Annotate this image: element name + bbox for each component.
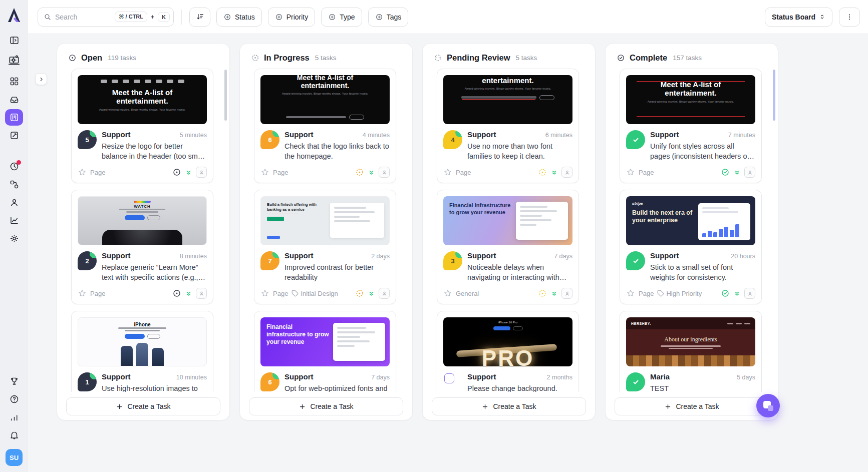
usage-bar-chart-icon[interactable] [5, 409, 23, 425]
task-source: Support [467, 251, 496, 260]
help-icon[interactable] [5, 391, 23, 407]
priority-chevrons-icon[interactable] [733, 290, 741, 297]
task-card[interactable]: Meet the A-list of entertainment. Award-… [620, 69, 762, 183]
task-count-badge: 2 [78, 251, 97, 270]
task-thumbnail: entertainment. Award-winning movies. Bin… [443, 75, 572, 124]
priority-chevrons-icon[interactable] [185, 169, 192, 176]
users-icon[interactable] [5, 194, 23, 211]
status-open-icon [68, 54, 77, 62]
filter-priority-button[interactable]: Priority [268, 8, 316, 27]
status-in-progress-icon[interactable] [355, 289, 364, 298]
status-pending-icon [434, 54, 442, 62]
analytics-line-chart-icon[interactable] [5, 212, 23, 229]
task-card[interactable]: WATCH 2 Support 8 minutes [71, 190, 213, 304]
column-scrollbar[interactable] [224, 70, 227, 121]
topbar: ⌘ / CTRL + K Status Priority Type [28, 0, 868, 34]
task-card[interactable]: iPhone 16 Pro PRO [437, 311, 579, 392]
workspace-device-icon[interactable] [5, 50, 23, 70]
status-complete-icon[interactable] [721, 289, 730, 298]
inbox-icon[interactable] [5, 91, 23, 108]
task-card[interactable]: stripe Build the next era of your enterp… [620, 190, 762, 304]
favorite-star-icon[interactable] [78, 168, 87, 177]
priority-chevrons-icon[interactable] [550, 169, 558, 176]
task-count-badge: 7 [260, 251, 279, 270]
dashboard-grid-icon[interactable] [5, 73, 23, 90]
status-open-icon[interactable] [172, 289, 181, 298]
favorite-star-icon[interactable] [626, 168, 635, 177]
column-title: In Progress [264, 53, 310, 63]
create-task-button[interactable]: Create a Task [615, 397, 769, 415]
task-description: Replace generic “Learn More” text with s… [102, 262, 207, 282]
task-card[interactable]: Financial infrastructure to grow your re… [437, 190, 579, 304]
view-selector-button[interactable]: Status Board [765, 8, 832, 27]
assignee-placeholder[interactable] [561, 288, 572, 299]
expand-panel-button[interactable] [35, 73, 47, 85]
priority-chevrons-icon[interactable] [368, 290, 375, 297]
column-scrollbar[interactable] [773, 70, 775, 121]
more-options-button[interactable] [839, 8, 860, 27]
column-pending-review-cards: entertainment. Award-winning movies. Bin… [423, 67, 595, 392]
assignee-placeholder[interactable] [744, 288, 755, 299]
assignee-placeholder[interactable] [379, 167, 390, 178]
search-box[interactable]: ⌘ / CTRL + K [38, 8, 174, 27]
column-task-count: 119 tasks [108, 54, 136, 62]
integrations-nodes-icon[interactable] [5, 176, 23, 193]
filter-tags-button[interactable]: Tags [368, 8, 409, 27]
status-pending-icon[interactable] [538, 168, 547, 177]
task-card[interactable]: Financial infrastructure to grow your re… [254, 311, 396, 392]
task-label: Page [273, 290, 288, 297]
kanban-board-icon[interactable] [5, 109, 23, 126]
favorite-star-icon[interactable] [443, 168, 452, 177]
task-checkbox[interactable] [444, 373, 454, 383]
filter-type-button[interactable]: Type [321, 8, 362, 27]
task-description: Noticeable delays when navigating or int… [467, 262, 572, 282]
task-source: Support [102, 130, 131, 139]
create-task-button[interactable]: Create a Task [66, 397, 220, 415]
assignee-placeholder[interactable] [744, 167, 755, 178]
priority-chevrons-icon[interactable] [368, 169, 375, 176]
task-card[interactable]: entertainment. Award-winning movies. Bin… [437, 69, 579, 183]
favorite-star-icon[interactable] [260, 289, 269, 298]
task-card[interactable]: HERSHEY. About our ingredients [620, 311, 762, 392]
column-task-count: 157 tasks [673, 54, 702, 62]
sort-button[interactable] [189, 8, 210, 27]
achievements-trophy-icon[interactable] [5, 373, 23, 389]
assignee-placeholder[interactable] [196, 167, 207, 178]
notifications-bell-icon[interactable] [5, 427, 23, 443]
kebab-menu-icon [845, 13, 853, 21]
column-complete: Complete 157 tasks Meet the A-list of en… [605, 43, 778, 420]
task-tag[interactable]: High Priority [657, 290, 702, 297]
favorite-star-icon[interactable] [626, 289, 635, 298]
sidebar-toggle-icon[interactable] [5, 32, 23, 49]
favorite-star-icon[interactable] [78, 289, 87, 298]
status-pending-icon[interactable] [538, 289, 547, 298]
assignee-placeholder[interactable] [196, 288, 207, 299]
create-task-button[interactable]: Create a Task [432, 397, 586, 415]
task-card[interactable]: iPhone 1 Support 10 minutes [71, 311, 213, 392]
priority-chevrons-icon[interactable] [550, 290, 558, 297]
task-tag[interactable]: Initial Design [292, 290, 338, 297]
task-card[interactable]: Meet the A-list of entertainment. Award-… [254, 69, 396, 183]
search-input[interactable] [55, 13, 111, 21]
column-pending-review-header: Pending Review 5 tasks [423, 44, 595, 67]
favorite-star-icon[interactable] [260, 168, 269, 177]
time-tracking-icon[interactable] [5, 158, 23, 175]
assignee-placeholder[interactable] [561, 167, 572, 178]
priority-chevrons-icon[interactable] [185, 290, 192, 297]
filter-status-button[interactable]: Status [216, 8, 262, 27]
app-logo-icon[interactable] [5, 5, 23, 25]
assignee-placeholder[interactable] [379, 288, 390, 299]
chat-widget-button[interactable] [756, 394, 780, 417]
create-task-button[interactable]: Create a Task [249, 397, 403, 415]
settings-gear-icon[interactable] [5, 230, 23, 247]
user-avatar[interactable]: SU [6, 449, 23, 466]
task-card[interactable]: Build a fintech offering with banking-as… [254, 190, 396, 304]
status-complete-icon[interactable] [721, 168, 730, 177]
task-description: Unify font styles across all pages (inco… [650, 141, 755, 161]
favorite-star-icon[interactable] [443, 289, 452, 298]
status-in-progress-icon[interactable] [355, 168, 364, 177]
priority-chevrons-icon[interactable] [733, 169, 741, 176]
notes-clipboard-icon[interactable] [5, 127, 23, 144]
task-card[interactable]: Meet the A-list of entertainment. Award-… [71, 69, 213, 183]
status-open-icon[interactable] [172, 168, 181, 177]
